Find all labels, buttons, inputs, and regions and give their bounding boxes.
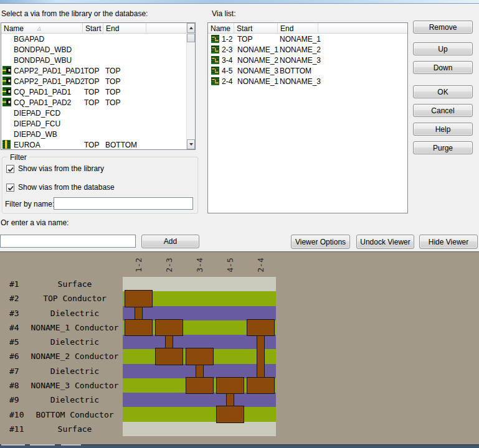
row-end: TOP <box>105 88 120 96</box>
show-library-checkbox[interactable] <box>6 165 14 173</box>
viewer-options-button[interactable]: Viewer Options <box>291 235 350 249</box>
row-start: TOP <box>84 141 99 149</box>
row-start: NONAME_2 <box>237 56 278 65</box>
library-col-blank[interactable] <box>146 23 187 34</box>
library-row[interactable]: BONDPAD_WBD <box>1 44 187 55</box>
row-start: TOP <box>84 77 99 86</box>
via-name-input[interactable] <box>0 235 136 248</box>
remove-button[interactable]: Remove <box>413 21 473 34</box>
via-column-label: 4-5 <box>219 254 241 276</box>
layer-number: #9 <box>7 395 27 404</box>
via-pad <box>247 377 275 394</box>
library-row[interactable]: CAPP2_PAD1_PAD1TOPTOP <box>1 65 187 76</box>
library-row[interactable]: CQ_PAD1_PAD2TOPTOP <box>1 97 187 108</box>
bottom-edge-tick <box>1 444 25 446</box>
add-button[interactable]: Add <box>141 235 199 248</box>
library-row[interactable]: DIEPAD_WB <box>1 129 187 139</box>
library-row[interactable]: EUROATOPBOTTOM <box>1 139 187 150</box>
library-col-start[interactable]: Start <box>83 23 103 34</box>
row-name: CAPP2_PAD1_PAD1 <box>14 67 85 75</box>
row-name: CAPP2_PAD1_PAD2 <box>14 77 85 86</box>
layer-name: Surface <box>27 279 122 289</box>
via-column-label: 3-4 <box>188 254 211 276</box>
via-row[interactable]: 2-4NONAME_1NONAME_3 <box>208 76 407 86</box>
show-database-label: Show vias from the database <box>18 183 115 192</box>
row-name: DIEPAD_FCD <box>14 109 60 118</box>
library-row[interactable]: DIEPAD_FCU <box>1 118 187 129</box>
via-row[interactable]: 3-4NONAME_2NONAME_3 <box>208 55 407 65</box>
library-row[interactable]: DIEPAD_FCD <box>1 108 187 118</box>
row-end: NONAME_2 <box>280 45 321 54</box>
via-pad <box>186 348 214 365</box>
layer-name: NONAME_2 Conductor <box>27 352 122 361</box>
viewer-layer-band-conductor <box>123 407 276 421</box>
layer-name: NONAME_3 Conductor <box>27 381 122 390</box>
via-row[interactable]: 2-3NONAME_1NONAME_2 <box>208 44 407 55</box>
row-end: TOP <box>105 77 120 86</box>
via-pad <box>125 290 153 307</box>
layer-name: BOTTOM Conductor <box>27 410 122 419</box>
library-row[interactable]: CAPP2_PAD1_PAD2TOPTOP <box>1 76 187 86</box>
scrollbar-thumb[interactable] <box>187 34 195 42</box>
show-database-checkbox[interactable] <box>6 184 14 192</box>
scroll-down-button[interactable] <box>187 139 195 149</box>
viewer-layer-band-surface <box>123 277 276 291</box>
viewer-layer-label: #8NONAME_3 Conductor <box>7 378 122 393</box>
layer-number: #10 <box>7 410 27 419</box>
via-list-body: 1-2TOPNONAME_12-3NONAME_1NONAME_23-4NONA… <box>208 34 407 86</box>
layer-number: #8 <box>7 381 27 390</box>
via-icon <box>211 67 220 75</box>
filter-by-name-input[interactable] <box>54 197 193 210</box>
ok-button[interactable]: OK <box>413 85 473 98</box>
show-library-label: Show vias from the library <box>18 164 104 173</box>
hide-viewer-button[interactable]: Hide Viewer <box>419 235 478 249</box>
bottom-edge-tick <box>61 444 81 446</box>
row-start: NONAME_1 <box>237 77 278 86</box>
viewer-layer-band-dielectric <box>123 306 276 320</box>
filter-by-name-label: Filter by name: <box>5 200 54 208</box>
library-col-name[interactable]: Name △ <box>1 23 83 34</box>
pad-icon <box>2 87 11 96</box>
viewer-layer-label: #6NONAME_2 Conductor <box>7 349 122 363</box>
window-title-bar-edge <box>0 0 479 4</box>
library-col-end[interactable]: End <box>103 23 146 34</box>
up-button[interactable]: Up <box>413 42 473 55</box>
cancel-button[interactable]: Cancel <box>413 104 473 117</box>
library-col-name-label: Name <box>4 24 24 33</box>
pad-icon <box>2 98 11 106</box>
viewer-layer-label: #11Surface <box>7 422 122 436</box>
via-row[interactable]: 1-2TOPNONAME_1 <box>208 34 407 44</box>
viewer-layer-label: #4NONAME_1 Conductor <box>7 320 122 335</box>
down-button[interactable]: Down <box>413 61 473 74</box>
via-icon <box>211 35 220 44</box>
show-database-row: Show vias from the database <box>6 183 115 192</box>
help-button[interactable]: Help <box>413 123 473 136</box>
via-pad <box>125 319 153 336</box>
viewer-layer-band-dielectric <box>123 393 276 407</box>
row-start: NONAME_3 <box>237 67 278 75</box>
via-pad <box>155 319 183 336</box>
library-row[interactable]: CQ_PAD1_PAD1TOPTOP <box>1 86 187 97</box>
via-icon <box>211 77 220 86</box>
row-name: CQ_PAD1_PAD1 <box>14 88 71 96</box>
purge-button[interactable]: Purge <box>413 141 473 154</box>
undock-viewer-button[interactable]: Undock Viewer <box>356 235 414 249</box>
via-row[interactable]: 4-5NONAME_3BOTTOM <box>208 65 407 76</box>
via-col-blank[interactable] <box>318 23 407 34</box>
row-end: TOP <box>105 98 120 107</box>
pad-icon <box>2 77 11 85</box>
layer-name: Dielectric <box>27 366 122 376</box>
viewer-layer-label: #5Dielectric <box>7 335 122 349</box>
library-row[interactable]: BGAPAD <box>1 34 187 44</box>
via-pad <box>186 377 214 394</box>
or-enter-via-name-label: Or enter a via name: <box>1 218 69 227</box>
library-row[interactable]: BONDPAD_WBU <box>1 55 187 65</box>
via-col-end[interactable]: End <box>278 23 318 34</box>
scroll-up-button[interactable] <box>187 23 195 33</box>
via-col-name[interactable]: Name <box>208 23 234 34</box>
show-library-row: Show vias from the library <box>6 164 104 173</box>
layer-name: NONAME_1 Conductor <box>27 323 122 332</box>
library-list-scrollbar[interactable] <box>186 23 195 149</box>
via-col-start[interactable]: Start <box>234 23 278 34</box>
row-start: NONAME_1 <box>237 45 278 54</box>
